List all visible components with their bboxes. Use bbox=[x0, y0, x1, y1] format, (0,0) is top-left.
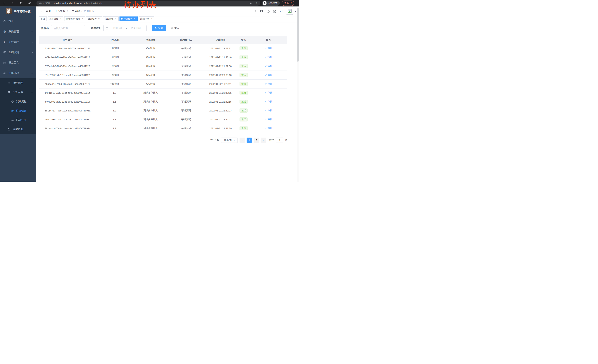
browser-menu-icon[interactable]: ⋮ bbox=[290, 2, 292, 5]
sidebar-item-my-process[interactable]: 我的流程 bbox=[0, 97, 36, 106]
approve-link[interactable]: 审批 bbox=[265, 56, 273, 59]
search-button[interactable]: 搜索 bbox=[152, 25, 166, 31]
approve-label: 审批 bbox=[268, 65, 273, 68]
approve-link[interactable]: 审批 bbox=[265, 109, 273, 112]
tab-process-detail[interactable]: 流程详情 × bbox=[139, 16, 154, 21]
cell-task-name: 一级审批 bbox=[96, 80, 133, 88]
range-separator: - bbox=[126, 27, 127, 30]
edit-pencil-icon bbox=[265, 83, 267, 85]
table-row: 8f0d1619-7ac8-11ec-a9e2-a2380e71991a 1.2… bbox=[39, 88, 287, 97]
sidebar-item-label: 支付管理 bbox=[8, 40, 31, 44]
avatar[interactable] bbox=[286, 8, 293, 15]
page-size-select[interactable]: 10条/页 ▾ bbox=[221, 138, 238, 143]
tab-todo-tasks[interactable]: 待办任务 × bbox=[119, 16, 138, 21]
sidebar-item-system[interactable]: ⚙ 系统管理 bbox=[0, 26, 36, 37]
status-badge: 激活 bbox=[240, 82, 248, 86]
tab-my-process[interactable]: 我的流程 × bbox=[103, 16, 119, 21]
page-button-1[interactable]: 1 bbox=[247, 138, 252, 143]
column-header-process: 所属流程 bbox=[133, 36, 169, 44]
close-icon[interactable]: × bbox=[98, 17, 100, 20]
sidebar-item-todo-tasks[interactable]: 待办任务 bbox=[0, 106, 36, 115]
page-button-2[interactable]: 2 bbox=[254, 138, 259, 143]
approve-link[interactable]: 审批 bbox=[265, 47, 273, 50]
prev-page-button[interactable]: ‹ bbox=[240, 138, 245, 143]
sidebar-item-task-management[interactable]: 任务管理 bbox=[0, 88, 36, 97]
breadcrumb-item-workflow[interactable]: 工作流程 bbox=[55, 9, 65, 13]
sidebar-item-infra[interactable]: 基础设施 bbox=[0, 47, 36, 57]
sidebar-item-done-tasks[interactable]: 已办任务 bbox=[0, 115, 36, 125]
sidebar-collapse-icon[interactable] bbox=[39, 9, 43, 13]
browser-back-button[interactable] bbox=[2, 1, 6, 5]
date-range-picker[interactable]: 开始日期 - 结束日期 bbox=[103, 25, 147, 31]
approve-link[interactable]: 审批 bbox=[265, 73, 273, 77]
password-key-icon[interactable] bbox=[249, 1, 252, 5]
fullscreen-icon[interactable] bbox=[273, 9, 277, 13]
column-header-task-id: 任务编号 bbox=[39, 36, 96, 44]
approve-link[interactable]: 审批 bbox=[265, 127, 273, 130]
incognito-icon bbox=[263, 1, 266, 5]
search-icon[interactable] bbox=[253, 9, 257, 13]
caret-down-icon[interactable]: ▾ bbox=[295, 10, 296, 12]
scrollbar-thumb[interactable] bbox=[297, 8, 299, 62]
sidebar-item-payment[interactable]: ¥ 支付管理 bbox=[0, 37, 36, 47]
todo-task-table: 任务编号 任务名称 所属流程 流程发起人 创建时间 状态 操作 73211d9d… bbox=[39, 36, 287, 133]
cell-task-id: 75d72608-7b7f-11ec-a3c8-acde48001122 bbox=[39, 71, 96, 80]
table-row: 381aa1dd-7ac8-11ec-a9e2-a2380e71991a 1.2… bbox=[39, 124, 287, 133]
cell-task-name: 1.1 bbox=[96, 115, 133, 124]
cell-task-id: 73211d9d-7b9b-11ec-b5b7-acde48001122 bbox=[39, 44, 96, 53]
approve-link[interactable]: 审批 bbox=[265, 65, 273, 68]
tab-home[interactable]: 首页 bbox=[39, 16, 47, 21]
close-icon[interactable]: × bbox=[133, 17, 136, 20]
reset-button[interactable]: 重置 bbox=[168, 25, 182, 31]
app-logo[interactable]: 芋道管理系统 bbox=[0, 7, 36, 16]
cell-create-time: 2022-01-21 22:42:23 bbox=[204, 115, 237, 124]
approve-link[interactable]: 审批 bbox=[265, 91, 273, 94]
font-size-icon[interactable]: TT bbox=[280, 9, 283, 13]
close-icon[interactable]: × bbox=[59, 17, 62, 20]
address-bar[interactable]: 不安全 dashboard.yudao.iocoder.cn/bpm/task/… bbox=[36, 0, 260, 6]
next-page-button[interactable]: › bbox=[261, 138, 266, 143]
sidebar-item-leave-query[interactable]: 请假查询 bbox=[0, 125, 36, 134]
sidebar-item-process-management[interactable]: 流程管理 bbox=[0, 78, 36, 88]
breadcrumb-item-task-management[interactable]: 任务管理 bbox=[69, 9, 80, 13]
cell-task-name: 1.1 bbox=[96, 97, 133, 106]
tab-start-process[interactable]: 发起流程 × bbox=[48, 16, 63, 21]
table-row: 725a1eb6-7b88-11ec-8ef0-acde48001122 一级审… bbox=[39, 62, 287, 71]
browser-update-button[interactable]: 更新 ⋮ bbox=[282, 0, 294, 6]
close-icon[interactable]: × bbox=[81, 17, 83, 20]
browser-home-button[interactable] bbox=[27, 1, 32, 5]
github-icon[interactable] bbox=[260, 9, 263, 13]
close-icon[interactable]: × bbox=[150, 17, 153, 20]
sidebar-item-home[interactable]: 首页 bbox=[0, 16, 36, 26]
process-name-input[interactable] bbox=[51, 25, 85, 31]
tab-done-tasks[interactable]: 已办任务 × bbox=[86, 16, 102, 21]
sidebar-item-label: 流程管理 bbox=[13, 81, 31, 85]
tab-process-form-edit[interactable]: 流程表单-编辑 × bbox=[64, 16, 85, 21]
tab-label: 流程表单-编辑 bbox=[66, 17, 80, 20]
edit-pencil-icon bbox=[265, 127, 267, 129]
logo-rabbit-image bbox=[6, 8, 12, 14]
close-icon[interactable]: × bbox=[114, 17, 117, 20]
tab-label: 首页 bbox=[41, 17, 45, 20]
chevron-down-icon bbox=[31, 62, 33, 64]
filter-form: 流程名 创建时间 开始日期 - 结束日期 搜索 重置 bbox=[41, 25, 296, 31]
approve-label: 审批 bbox=[268, 109, 273, 112]
sidebar-item-workflow[interactable]: 工作流程 bbox=[0, 68, 36, 78]
approve-link[interactable]: 审批 bbox=[265, 118, 273, 121]
cell-starter: 芋道源码 bbox=[169, 115, 204, 124]
chevron-up-icon bbox=[31, 72, 33, 74]
approve-link[interactable]: 审批 bbox=[265, 100, 273, 103]
browser-reload-button[interactable] bbox=[19, 1, 23, 5]
bookmark-star-icon[interactable]: ☆ bbox=[255, 2, 258, 5]
incognito-badge: 无痕模式 bbox=[262, 0, 280, 6]
workflow-submenu: 流程管理 任务管理 我的流程 待办任务 bbox=[0, 78, 36, 134]
cell-starter: 芋道源码 bbox=[169, 44, 204, 53]
browser-forward-button[interactable] bbox=[10, 1, 15, 5]
goto-page-input[interactable] bbox=[276, 138, 283, 143]
sidebar-item-devtools[interactable]: 研发工具 bbox=[0, 57, 36, 68]
tab-label: 流程详情 bbox=[140, 17, 149, 20]
breadcrumb-item-home[interactable]: 首页 bbox=[46, 9, 51, 13]
page-scrollbar[interactable] bbox=[297, 7, 299, 182]
help-icon[interactable] bbox=[266, 9, 270, 13]
approve-link[interactable]: 审批 bbox=[265, 82, 273, 86]
